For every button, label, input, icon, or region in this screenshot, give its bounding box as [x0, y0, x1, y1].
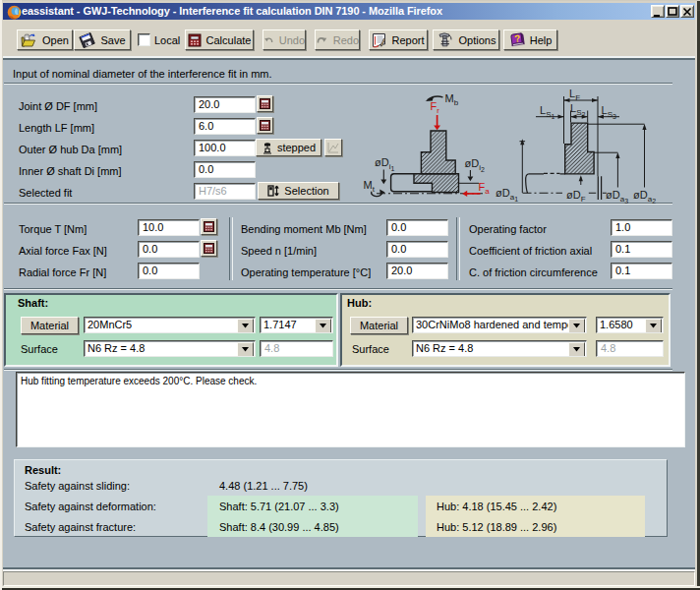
svg-text:øDa3: øDa3: [606, 189, 628, 205]
svg-text:Fr: Fr: [431, 100, 440, 115]
svg-text:øDa1: øDa1: [496, 187, 518, 203]
svg-text:øDi2: øDi2: [465, 157, 485, 173]
svg-text:øDF: øDF: [566, 189, 586, 204]
svg-text:øDi1: øDi1: [375, 156, 394, 172]
svg-text:Mb: Mb: [445, 92, 459, 107]
svg-text:øDa2: øDa2: [633, 189, 656, 205]
svg-text:LS1: LS1: [540, 104, 554, 120]
svg-text:Mt: Mt: [364, 179, 376, 194]
svg-text:LS2: LS2: [570, 102, 585, 118]
